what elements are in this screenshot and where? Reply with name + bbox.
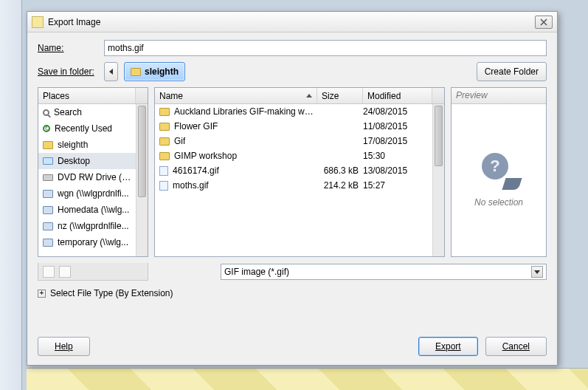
path-back-button[interactable] — [104, 62, 118, 81]
places-item-label: Desktop — [58, 156, 90, 166]
file-modified: 17/08/2015 — [363, 136, 422, 146]
places-toolbar — [38, 263, 148, 281]
expander-label: Select File Type (By Extension) — [50, 288, 173, 298]
file-list-panel: Name Size Modified Auckland Libraries GI… — [154, 87, 445, 257]
folder-icon — [159, 137, 170, 146]
export-button[interactable]: Export — [418, 337, 478, 356]
col-size[interactable]: Size — [317, 88, 363, 103]
folder-icon — [43, 141, 53, 149]
filename-input[interactable] — [104, 40, 547, 56]
places-item[interactable]: sleighth — [38, 137, 136, 153]
places-item-label: Homedata (\\wlg... — [58, 205, 129, 215]
file-modified: 15:27 — [363, 180, 422, 191]
folder-icon — [159, 152, 170, 160]
export-image-dialog: Export Image Name: Save in folder: sleig… — [27, 11, 558, 366]
places-scrollbar[interactable] — [136, 104, 148, 256]
file-row[interactable]: moths.gif214.2 kB15:27 — [155, 178, 432, 193]
file-icon — [159, 166, 168, 176]
filetype-expander[interactable]: + Select File Type (By Extension) — [38, 287, 547, 300]
folder-icon — [159, 123, 170, 131]
places-item-label: nz (\\wlgprdnlfile... — [58, 221, 129, 231]
places-item-label: temporary (\\wlg... — [58, 237, 128, 247]
name-label: Name: — [38, 43, 98, 53]
scroll-cap — [136, 88, 148, 103]
places-item[interactable]: nz (\\wlgprdnlfile... — [38, 218, 136, 234]
window-title: Export Image — [48, 17, 535, 27]
places-panel: Places SearchRecently UsedsleighthDeskto… — [38, 87, 148, 257]
places-item-label: sleighth — [58, 140, 88, 150]
close-icon — [540, 18, 547, 26]
file-size — [317, 106, 363, 117]
desktop-icon — [43, 157, 53, 165]
filetype-combo[interactable]: GIF image (*.gif) — [221, 264, 547, 280]
sort-asc-icon — [306, 94, 312, 98]
col-name-label: Name — [159, 91, 183, 101]
app-toolbar — [0, 0, 22, 390]
file-name: Gif — [174, 136, 185, 146]
path-segment-current[interactable]: sleighth — [124, 62, 185, 81]
file-modified: 24/08/2015 — [363, 106, 422, 117]
preview-noselection: No selection — [474, 197, 523, 208]
chevron-left-icon — [109, 69, 113, 75]
file-size — [317, 151, 363, 161]
net-icon — [43, 190, 53, 198]
scroll-cap — [432, 88, 444, 103]
places-item[interactable]: wgn (\\wlgprdnlfi... — [38, 185, 136, 202]
places-item[interactable]: DVD RW Drive (E:) — [38, 169, 136, 185]
places-item[interactable]: Recently Used — [38, 120, 136, 137]
canvas-background — [27, 368, 588, 390]
question-mark-icon: ? — [482, 153, 516, 187]
file-size: 214.2 kB — [317, 180, 363, 191]
plus-icon: + — [38, 290, 46, 298]
places-item[interactable]: Desktop — [38, 153, 136, 169]
places-item-label: DVD RW Drive (E:) — [58, 172, 131, 182]
places-item[interactable]: Homedata (\\wlg... — [38, 202, 136, 218]
file-size: 686.3 kB — [317, 165, 363, 176]
filelist-scrollbar[interactable] — [432, 104, 444, 256]
file-row[interactable]: 4616174.gif686.3 kB13/08/2015 — [155, 163, 432, 178]
tool-icon[interactable] — [1, 1, 19, 19]
add-bookmark-button[interactable] — [43, 266, 55, 278]
file-row[interactable]: Flower GIF11/08/2015 — [155, 119, 432, 134]
remove-bookmark-button[interactable] — [59, 266, 71, 278]
recent-icon — [43, 125, 50, 132]
file-row[interactable]: Auckland Libraries GIF-making works...24… — [155, 104, 432, 119]
drive-icon — [43, 174, 53, 181]
preview-header: Preview — [452, 88, 546, 104]
dropdown-button[interactable] — [531, 266, 543, 278]
chevron-down-icon — [534, 270, 540, 274]
file-name: moths.gif — [173, 180, 209, 191]
folder-label: Save in folder: — [38, 66, 98, 77]
help-button[interactable]: Help — [38, 337, 90, 356]
net-icon — [43, 239, 53, 247]
create-folder-button[interactable]: Create Folder — [477, 62, 547, 81]
file-name: GIMP workshop — [174, 151, 237, 161]
col-name[interactable]: Name — [155, 88, 317, 103]
file-size — [317, 136, 363, 146]
file-size — [317, 121, 363, 131]
places-item-label: Recently Used — [55, 123, 112, 134]
file-modified: 11/08/2015 — [363, 121, 422, 131]
titlebar: Export Image — [27, 12, 557, 32]
file-row[interactable]: Gif17/08/2015 — [155, 134, 432, 148]
places-item-label: wgn (\\wlgprdnlfi... — [58, 188, 129, 199]
places-item[interactable]: temporary (\\wlg... — [38, 234, 136, 250]
file-modified: 15:30 — [363, 151, 422, 161]
cancel-button[interactable]: Cancel — [485, 337, 547, 356]
search-icon — [43, 109, 49, 116]
file-name: Flower GIF — [174, 121, 218, 131]
filetype-selected: GIF image (*.gif) — [224, 267, 289, 277]
folder-icon — [131, 68, 141, 76]
file-name: Auckland Libraries GIF-making works... — [174, 106, 317, 117]
close-button[interactable] — [535, 16, 553, 29]
preview-panel: Preview ? No selection — [451, 87, 547, 257]
col-modified[interactable]: Modified — [363, 88, 432, 103]
file-name: 4616174.gif — [173, 165, 219, 176]
folder-icon — [159, 108, 170, 116]
places-item[interactable]: Search — [38, 104, 136, 120]
file-row[interactable]: GIMP workshop15:30 — [155, 148, 432, 163]
window-icon — [32, 16, 44, 28]
net-icon — [43, 222, 53, 230]
places-header[interactable]: Places — [38, 88, 136, 103]
places-item-label: Search — [54, 107, 82, 117]
